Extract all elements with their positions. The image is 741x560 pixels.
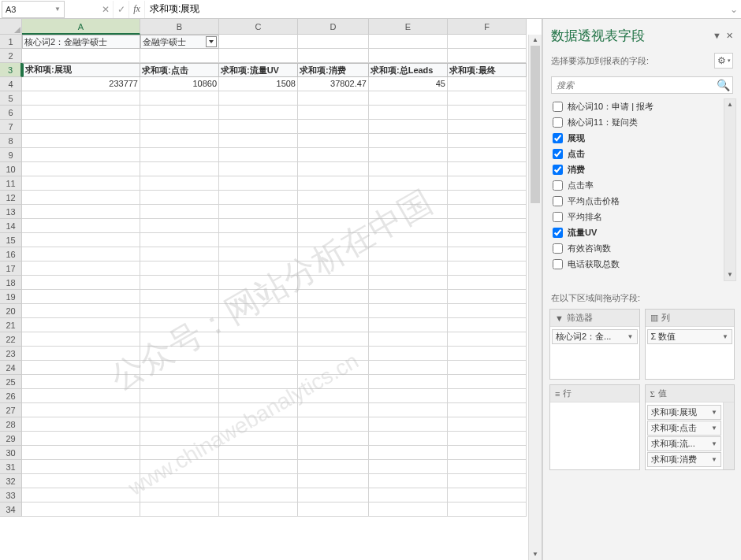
expand-formula-icon[interactable]: ⌄	[727, 4, 741, 15]
field-item[interactable]: 电话获取总数	[551, 256, 736, 272]
cell[interactable]	[448, 332, 527, 347]
cell[interactable]	[298, 460, 369, 474]
cell[interactable]	[140, 503, 219, 517]
cell[interactable]	[369, 35, 448, 49]
cell[interactable]	[298, 162, 369, 176]
field-item[interactable]: 点击率	[551, 177, 736, 193]
cell[interactable]	[298, 361, 369, 375]
scroll-up-icon[interactable]: ▲	[724, 99, 735, 110]
cell[interactable]	[22, 503, 140, 517]
cell[interactable]	[298, 134, 369, 148]
cell[interactable]	[22, 375, 140, 389]
cell[interactable]	[448, 120, 527, 134]
cell[interactable]	[140, 276, 219, 290]
cell[interactable]	[219, 332, 298, 347]
cell[interactable]	[448, 191, 527, 205]
cell[interactable]	[369, 446, 448, 460]
cell[interactable]	[219, 304, 298, 318]
cell[interactable]	[140, 474, 219, 488]
cell[interactable]: 金融学硕士	[140, 35, 219, 49]
row-header[interactable]: 31	[0, 460, 22, 474]
zone-item[interactable]: 求和项:流...▼	[647, 436, 722, 451]
cell[interactable]	[369, 261, 448, 276]
cell[interactable]	[22, 191, 140, 205]
cell[interactable]	[140, 219, 219, 233]
search-input[interactable]	[551, 76, 733, 94]
field-list-scrollbar[interactable]: ▲ ▼	[724, 98, 736, 281]
cell[interactable]	[219, 148, 298, 162]
row-header[interactable]: 9	[0, 148, 22, 162]
cell[interactable]	[219, 361, 298, 375]
cell[interactable]	[219, 432, 298, 446]
row-header[interactable]: 11	[0, 176, 22, 191]
cell[interactable]	[219, 176, 298, 191]
cell[interactable]	[22, 91, 140, 106]
cell[interactable]	[22, 403, 140, 417]
columns-drop-zone[interactable]: ▥列 Σ 数值▼	[645, 309, 735, 380]
cell[interactable]	[298, 432, 369, 446]
formula-input[interactable]	[145, 1, 727, 18]
cell[interactable]	[369, 375, 448, 389]
cell[interactable]	[298, 332, 369, 347]
col-header-F[interactable]: F	[448, 19, 527, 35]
cell[interactable]: 求和项:总Leads	[369, 63, 448, 77]
cell[interactable]	[22, 120, 140, 134]
cell[interactable]	[22, 176, 140, 191]
row-header[interactable]: 15	[0, 233, 22, 247]
cell[interactable]: 求和项:最终	[448, 63, 527, 77]
cell[interactable]	[22, 219, 140, 233]
field-item[interactable]: 消费	[551, 161, 736, 177]
cell[interactable]	[369, 106, 448, 120]
scroll-up-icon[interactable]: ▲	[529, 35, 542, 46]
cell[interactable]	[298, 318, 369, 332]
cell[interactable]	[140, 134, 219, 148]
cell[interactable]	[219, 106, 298, 120]
cell[interactable]	[448, 361, 527, 375]
row-header[interactable]: 2	[0, 49, 22, 63]
cancel-formula-icon[interactable]: ✕	[98, 1, 114, 18]
cell[interactable]	[448, 403, 527, 417]
cell[interactable]	[140, 91, 219, 106]
row-header[interactable]: 19	[0, 290, 22, 304]
row-header[interactable]: 10	[0, 162, 22, 176]
cell[interactable]	[140, 205, 219, 219]
cell[interactable]: 233777	[22, 77, 140, 91]
cell[interactable]	[22, 106, 140, 120]
cell[interactable]	[140, 162, 219, 176]
cell[interactable]: 37802.47	[298, 77, 369, 91]
cell[interactable]	[22, 474, 140, 488]
field-checkbox[interactable]	[553, 102, 563, 112]
cell[interactable]	[369, 290, 448, 304]
row-header[interactable]: 29	[0, 432, 22, 446]
cell[interactable]	[140, 488, 219, 503]
cell[interactable]	[369, 503, 448, 517]
cell[interactable]	[369, 120, 448, 134]
cell[interactable]	[448, 417, 527, 432]
field-item[interactable]: 有效咨询数	[551, 240, 736, 256]
cell[interactable]	[369, 162, 448, 176]
field-item[interactable]: 平均排名	[551, 209, 736, 224]
filters-drop-zone[interactable]: ▼筛选器 核心词2：金...▼	[549, 309, 640, 380]
row-header[interactable]: 1	[0, 35, 22, 49]
cell[interactable]	[369, 276, 448, 290]
cell[interactable]	[140, 347, 219, 361]
cell[interactable]	[369, 389, 448, 403]
cell[interactable]	[219, 162, 298, 176]
cell[interactable]	[448, 460, 527, 474]
cell[interactable]: 求和项:流量UV	[219, 63, 298, 77]
cell[interactable]	[22, 460, 140, 474]
cell[interactable]	[219, 35, 298, 49]
cell[interactable]	[448, 446, 527, 460]
cell[interactable]	[219, 233, 298, 247]
dropdown-icon[interactable]: ▼	[713, 31, 721, 41]
col-header-A[interactable]: A	[22, 19, 140, 35]
cell[interactable]	[22, 446, 140, 460]
row-header[interactable]: 6	[0, 106, 22, 120]
cell[interactable]	[448, 134, 527, 148]
fx-icon[interactable]: fx	[129, 1, 145, 18]
cell[interactable]	[369, 432, 448, 446]
cell[interactable]	[219, 219, 298, 233]
cell[interactable]	[298, 503, 369, 517]
cell[interactable]	[448, 389, 527, 403]
cell[interactable]	[298, 261, 369, 276]
